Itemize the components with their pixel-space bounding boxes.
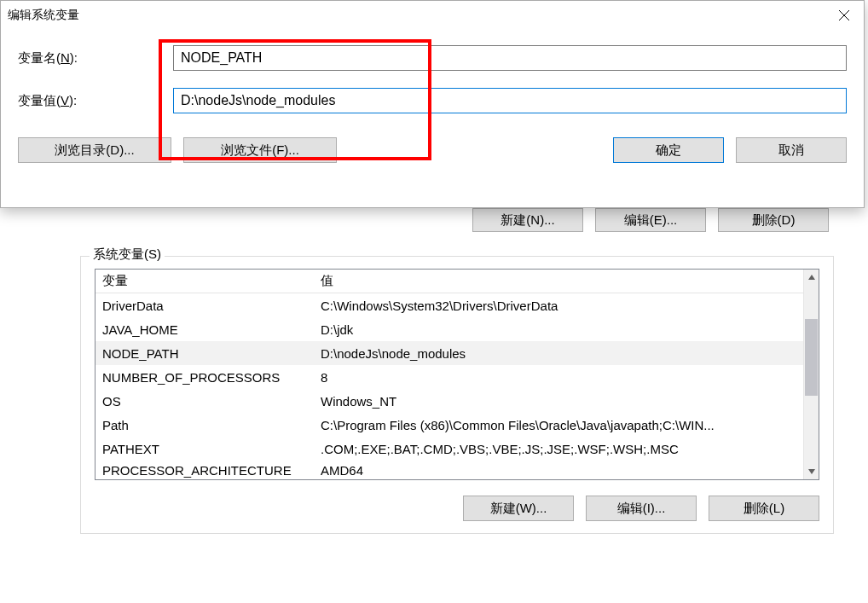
var-name: DriverData (95, 299, 317, 313)
table-row[interactable]: OS Windows_NT (95, 389, 803, 413)
table-row[interactable]: NUMBER_OF_PROCESSORS 8 (95, 365, 803, 389)
confirm-buttons: 确定 取消 (613, 137, 847, 163)
system-edit-button[interactable]: 编辑(I)... (586, 496, 697, 521)
scroll-up-icon[interactable] (804, 270, 819, 285)
table-row[interactable]: JAVA_HOME D:\jdk (95, 317, 803, 341)
dialog-title: 编辑系统变量 (8, 8, 79, 23)
var-value: AMD64 (317, 463, 803, 478)
var-name: OS (95, 394, 317, 409)
var-value: C:\Program Files (x86)\Common Files\Orac… (317, 418, 803, 432)
table-header: 变量 值 (95, 270, 803, 293)
var-name: PROCESSOR_ARCHITECTURE (95, 463, 317, 478)
close-button[interactable] (825, 1, 864, 30)
var-name: NODE_PATH (95, 346, 317, 361)
dialog-body: 变量名(N): 变量值(V): 浏览目录(D)... 浏览文件(F)... 确定… (1, 45, 864, 178)
system-variables-table[interactable]: 变量 值 DriverData C:\Windows\System32\Driv… (95, 269, 819, 480)
header-name[interactable]: 变量 (95, 273, 317, 289)
close-icon (839, 10, 849, 20)
table-row[interactable]: DriverData C:\Windows\System32\Drivers\D… (95, 293, 803, 317)
table-row[interactable]: PATHEXT .COM;.EXE;.BAT;.CMD;.VBS;.VBE;.J… (95, 437, 803, 461)
cancel-button[interactable]: 取消 (736, 137, 847, 163)
variable-value-label: 变量值(V): (18, 93, 173, 109)
table-row[interactable]: PROCESSOR_ARCHITECTURE AMD64 (95, 461, 803, 479)
variable-name-input[interactable] (173, 45, 847, 71)
var-value: Windows_NT (317, 394, 803, 409)
system-delete-button[interactable]: 删除(L) (709, 496, 819, 521)
var-name: NUMBER_OF_PROCESSORS (95, 370, 317, 385)
scroll-down-icon[interactable] (804, 464, 819, 479)
system-variables-label: 系统变量(S) (90, 246, 165, 263)
dialog-button-row: 浏览目录(D)... 浏览文件(F)... 确定 取消 (18, 137, 847, 178)
var-name: Path (95, 418, 317, 432)
variable-value-row: 变量值(V): (18, 88, 847, 113)
table-row[interactable]: Path C:\Program Files (x86)\Common Files… (95, 413, 803, 437)
env-vars-window-bg: 新建(N)... 编辑(E)... 删除(D) 系统变量(S) 变量 值 Dri… (65, 206, 849, 537)
variable-name-row: 变量名(N): (18, 45, 847, 71)
var-value: .COM;.EXE;.BAT;.CMD;.VBS;.VBE;.JS;.JSE;.… (317, 442, 803, 456)
dialog-titlebar[interactable]: 编辑系统变量 (1, 1, 864, 30)
var-name: PATHEXT (95, 442, 317, 456)
var-value: D:\jdk (317, 322, 803, 337)
scroll-thumb[interactable] (805, 319, 818, 396)
browse-buttons: 浏览目录(D)... 浏览文件(F)... (18, 137, 337, 163)
variable-value-input[interactable] (173, 88, 847, 113)
user-edit-button[interactable]: 编辑(E)... (595, 208, 706, 232)
variable-name-label: 变量名(N): (18, 50, 173, 67)
browse-file-button[interactable]: 浏览文件(F)... (183, 137, 337, 163)
var-value: 8 (317, 370, 803, 385)
scroll-track[interactable] (804, 285, 819, 464)
vertical-scrollbar[interactable] (803, 270, 819, 479)
edit-system-variable-dialog: 编辑系统变量 变量名(N): 变量值(V): 浏览目录(D)... 浏览文件(F… (0, 0, 865, 208)
var-name: JAVA_HOME (95, 322, 317, 337)
system-vars-button-row: 新建(W)... 编辑(I)... 删除(L) (95, 496, 819, 521)
browse-directory-button[interactable]: 浏览目录(D)... (18, 137, 171, 163)
user-vars-button-row: 新建(N)... 编辑(E)... 删除(D) (65, 206, 849, 232)
system-new-button[interactable]: 新建(W)... (463, 496, 574, 521)
user-delete-button[interactable]: 删除(D) (718, 208, 829, 232)
var-value: D:\nodeJs\node_modules (317, 346, 803, 361)
var-value: C:\Windows\System32\Drivers\DriverData (317, 299, 803, 313)
user-new-button[interactable]: 新建(N)... (472, 208, 583, 232)
system-variables-group: 系统变量(S) 变量 值 DriverData C:\Windows\Syste… (80, 256, 834, 534)
table-row[interactable]: NODE_PATH D:\nodeJs\node_modules (95, 341, 803, 365)
ok-button[interactable]: 确定 (613, 137, 724, 163)
header-value[interactable]: 值 (317, 273, 803, 289)
system-variables-list[interactable]: 变量 值 DriverData C:\Windows\System32\Driv… (95, 270, 803, 479)
